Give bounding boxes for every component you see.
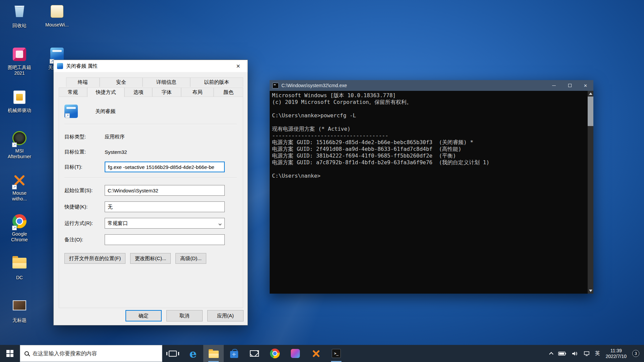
change-icon-button[interactable]: 更改图标(C)... [130, 253, 171, 264]
battery-icon [558, 351, 566, 356]
cmd-line: 现有电源使用方案 (* Active) [272, 126, 587, 132]
taskbar-clock[interactable]: 11:39 2022/7/10 [603, 345, 630, 362]
chevron-up-icon [549, 352, 553, 356]
cmd-window-title: C:\Windows\system32\cmd.exe [281, 83, 347, 88]
shortcut-icon [64, 105, 78, 118]
apply-button[interactable]: 应用(A) [207, 310, 244, 321]
action-center-button[interactable]: 3 [630, 345, 642, 362]
taskbar-search[interactable] [20, 345, 162, 362]
cmd-icon [272, 83, 279, 88]
search-input[interactable] [33, 351, 158, 357]
target-type-label: 目标类型: [64, 134, 105, 140]
start-in-input[interactable] [105, 185, 225, 196]
ok-button[interactable]: 确定 [125, 310, 162, 321]
task-view-button[interactable] [162, 345, 183, 362]
dialog-close-button[interactable]: × [229, 60, 248, 72]
tab-details[interactable]: 详细信息 [143, 77, 190, 87]
taskbar-mouse-without-borders-button[interactable] [306, 345, 326, 362]
taskbar-cmd-button[interactable]: >_ [326, 345, 346, 362]
tab-options[interactable]: 选项 [124, 87, 152, 97]
taskbar-file-explorer-button[interactable] [203, 345, 224, 362]
orange-cross-icon [311, 349, 321, 358]
cmd-line: 电源方案 GUID: 2f491d08-aa9d-4ebb-8633-61fad… [272, 146, 587, 153]
taskbar-store-button[interactable] [224, 345, 244, 362]
taskbar-colorful-app-button[interactable] [285, 345, 306, 362]
desktop-icon-label: 图吧工具箱 2021 [3, 65, 36, 76]
close-icon: × [584, 83, 587, 88]
dialog-tabs-front-row: 常规 快捷方式 选项 字体 布局 颜色 [59, 87, 243, 97]
cmd-line: C:\Users\nanke> [272, 173, 587, 179]
recycle-bin-icon [11, 6, 28, 22]
cmd-line [272, 119, 587, 126]
chrome-icon [11, 214, 28, 230]
system-tray: 英 11:39 2022/7/10 3 [547, 345, 644, 362]
shortcut-name: 关闭睿频 [95, 108, 115, 115]
taskbar-mail-button[interactable] [244, 345, 265, 362]
windows-logo-icon [6, 350, 13, 357]
separator [64, 178, 237, 178]
scroll-up-icon[interactable] [588, 91, 593, 97]
cmd-scrollbar[interactable] [588, 91, 593, 294]
minimize-button[interactable] [546, 80, 562, 91]
desktop-icon-machenike-driver[interactable]: 机械师驱动 [3, 89, 36, 113]
run-mode-value: 常规窗口 [108, 220, 128, 227]
notification-badge: 3 [632, 350, 639, 357]
task-view-icon [169, 351, 177, 357]
document-icon [11, 90, 28, 107]
shortcut-arrow-icon [12, 226, 17, 230]
comment-input[interactable] [105, 234, 225, 245]
cmd-line: Microsoft Windows [版本 10.0.18363.778] [272, 92, 587, 99]
scrollbar-thumb[interactable] [588, 97, 593, 126]
desktop-icon-msi-afterburner[interactable]: MSI Afterburner [3, 130, 36, 160]
taskbar-edge-button[interactable]: e [183, 345, 203, 362]
network-button[interactable] [581, 345, 592, 362]
dialog-titlebar[interactable]: 关闭睿频 属性 × [54, 60, 248, 72]
open-file-location-button[interactable]: 打开文件所在的位置(F) [64, 253, 125, 264]
desktop-icon-google-chrome[interactable]: Google Chrome [3, 213, 36, 243]
tab-terminal[interactable]: 终端 [66, 77, 100, 87]
cancel-button[interactable]: 取消 [166, 310, 203, 321]
tab-font[interactable]: 字体 [152, 87, 181, 97]
desktop-icon-dc[interactable]: DC [3, 255, 36, 281]
desktop-icon-tuba-toolbox[interactable]: 图吧工具箱 2021 [3, 46, 36, 76]
desktop-icon-label: MouseWi... [41, 22, 73, 28]
close-button[interactable]: × [578, 80, 593, 91]
cmd-line: C:\Users\nanke>powercfg -L [272, 112, 587, 119]
cmd-output[interactable]: Microsoft Windows [版本 10.0.18363.778] (c… [270, 91, 593, 294]
tab-security[interactable]: 安全 [100, 77, 143, 87]
volume-button[interactable] [569, 345, 581, 362]
target-input[interactable] [105, 162, 225, 172]
tab-previous-versions[interactable]: 以前的版本 [190, 77, 243, 87]
tab-layout[interactable]: 布局 [181, 87, 214, 97]
advanced-button[interactable]: 高级(D)... [175, 253, 206, 264]
desktop: 回收站 MouseWi... 图吧工具箱 2021 关闭睿... 机械师驱动 M… [0, 0, 644, 362]
shortcut-key-input[interactable] [105, 201, 225, 212]
tab-colors[interactable]: 颜色 [214, 87, 243, 97]
taskbar-chrome-button[interactable] [265, 345, 285, 362]
run-mode-select[interactable]: 常规窗口 [105, 218, 225, 229]
desktop-icon-label: 回收站 [3, 23, 36, 28]
desktop-icon-mousewi[interactable]: MouseWi... [41, 3, 73, 28]
cmd-line: 电源方案 GUID: a7c8792b-8f1d-4bfd-b2e9-63fa3… [272, 159, 587, 166]
cmd-line [272, 166, 587, 173]
afterburner-icon [11, 131, 28, 147]
battery-button[interactable] [555, 345, 569, 362]
cmd-line [272, 106, 587, 112]
photo-icon [11, 300, 28, 316]
desktop-icon-mouse-without-borders[interactable]: Mouse witho... [3, 172, 36, 202]
ime-indicator[interactable]: 英 [592, 345, 603, 362]
scroll-down-icon[interactable] [588, 288, 593, 294]
maximize-button[interactable] [562, 80, 578, 91]
start-button[interactable] [0, 345, 20, 362]
clock-time: 11:39 [606, 348, 627, 354]
orange-cross-icon [11, 173, 28, 189]
target-label: 目标(T): [64, 164, 105, 170]
mail-icon [250, 350, 259, 357]
tab-general[interactable]: 常规 [59, 87, 87, 97]
tab-shortcut[interactable]: 快捷方式 [87, 87, 125, 97]
app-box-icon [49, 5, 65, 21]
cmd-titlebar[interactable]: C:\Windows\system32\cmd.exe × [270, 80, 593, 91]
desktop-icon-untitled[interactable]: 无标题 [3, 297, 36, 323]
desktop-icon-recycle-bin[interactable]: 回收站 [3, 3, 36, 28]
tray-overflow-button[interactable] [547, 345, 555, 362]
